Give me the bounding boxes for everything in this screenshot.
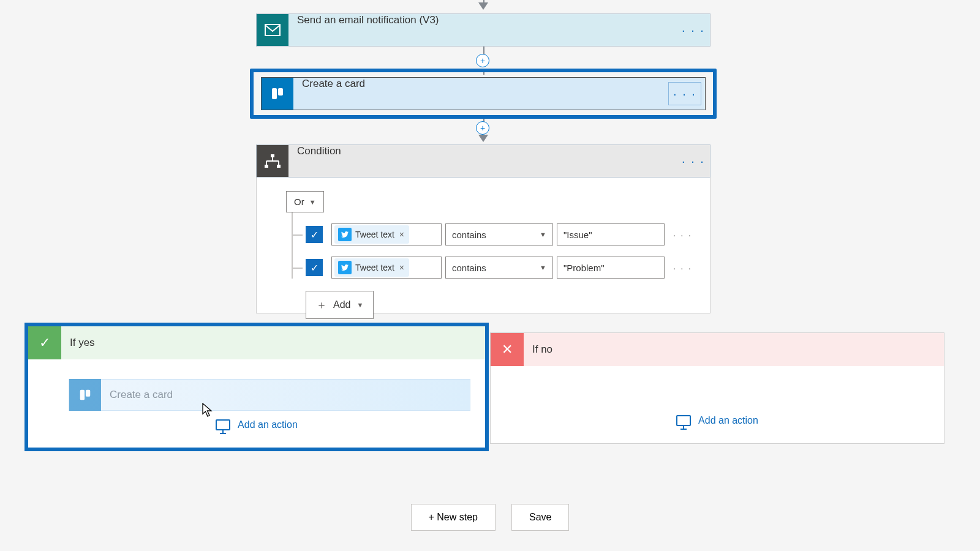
step-more-button[interactable]: · · · — [668, 82, 701, 105]
chevron-down-icon: ▼ — [540, 231, 546, 238]
add-action-label: Add an action — [238, 419, 298, 430]
rule-more-button[interactable]: · · · — [673, 230, 692, 240]
rule-checkbox[interactable]: ✓ — [306, 259, 323, 276]
chevron-down-icon: ▼ — [356, 301, 363, 309]
svg-rect-4 — [271, 154, 274, 157]
condition-group-selector[interactable]: Or ▼ — [286, 191, 324, 212]
check-icon: ✓ — [28, 326, 61, 359]
rule-value-input[interactable] — [557, 223, 665, 246]
token-label: Tweet text — [355, 230, 394, 239]
flow-canvas: Send an email notification (V3) · · · + … — [0, 0, 980, 551]
add-action-label: Add an action — [698, 415, 758, 426]
branch-header[interactable]: ✓ If yes — [28, 326, 485, 359]
close-icon: ✕ — [491, 333, 524, 366]
add-action-icon — [676, 415, 691, 426]
svg-rect-2 — [272, 88, 277, 99]
step-title: Send an email notification (V3) — [288, 14, 677, 46]
branch-header[interactable]: ✕ If no — [491, 333, 944, 366]
step-create-card[interactable]: Create a card · · · — [261, 77, 706, 110]
condition-icon — [257, 145, 288, 177]
token-remove[interactable]: × — [398, 263, 405, 272]
dynamic-token: Tweet text × — [334, 258, 409, 277]
ghost-title: Create a card — [101, 389, 470, 401]
rule-left-operand[interactable]: Tweet text × — [331, 223, 442, 246]
rule-left-operand[interactable]: Tweet text × — [331, 257, 442, 279]
condition-add-rule[interactable]: ＋ Add ▼ — [306, 291, 374, 319]
branch-title: If no — [524, 343, 552, 356]
tree-connector — [286, 223, 306, 246]
arrow-down-icon — [478, 2, 488, 10]
chevron-down-icon: ▼ — [540, 264, 546, 271]
token-label: Tweet text — [355, 263, 394, 272]
save-button[interactable]: Save — [511, 504, 569, 531]
operator-label: contains — [452, 263, 486, 273]
branch-title: If yes — [61, 337, 95, 349]
svg-rect-10 — [277, 165, 281, 168]
rule-checkbox[interactable]: ✓ — [306, 226, 323, 243]
step-title: Create a card — [293, 78, 668, 110]
drop-target-create-card[interactable]: Create a card — [69, 379, 470, 411]
twitter-icon — [338, 261, 352, 274]
step-more-button[interactable]: · · · — [677, 145, 710, 177]
insert-step-button[interactable]: + — [476, 54, 489, 67]
trello-icon — [69, 379, 101, 411]
step-title: Condition — [288, 145, 677, 177]
trello-icon — [262, 78, 293, 110]
operator-label: contains — [452, 230, 486, 240]
rule-operator-select[interactable]: contains ▼ — [445, 223, 553, 246]
step-more-button[interactable]: · · · — [677, 14, 710, 46]
insert-step-button[interactable]: + — [476, 121, 489, 135]
new-step-button[interactable]: + New step — [411, 504, 496, 531]
add-action-button[interactable]: Add an action — [505, 415, 929, 426]
condition-group-label: Or — [294, 197, 304, 207]
token-remove[interactable]: × — [398, 230, 405, 239]
svg-rect-12 — [86, 390, 90, 397]
rule-more-button[interactable]: · · · — [673, 263, 692, 273]
mail-icon — [257, 14, 288, 46]
footer-actions: + New step Save — [0, 504, 980, 531]
svg-rect-9 — [265, 165, 268, 168]
condition-body: Or ▼ ✓ Tweet text × contains ▼ · · — [256, 178, 710, 313]
add-label: Add — [333, 299, 350, 310]
step-send-email[interactable]: Send an email notification (V3) · · · — [256, 13, 710, 47]
condition-rule: ✓ Tweet text × contains ▼ · · · — [286, 223, 693, 246]
svg-rect-11 — [80, 390, 85, 400]
arrow-down-icon — [478, 135, 488, 142]
add-action-icon — [216, 419, 230, 430]
rule-operator-select[interactable]: contains ▼ — [445, 257, 553, 279]
twitter-icon — [338, 228, 352, 241]
rule-value-input[interactable] — [557, 257, 665, 279]
branch-no: ✕ If no Add an action — [490, 332, 944, 444]
svg-rect-3 — [278, 88, 283, 96]
step-condition[interactable]: Condition · · · — [256, 144, 710, 178]
condition-rule: ✓ Tweet text × contains ▼ · · · — [286, 257, 693, 279]
plus-icon: ＋ — [316, 298, 327, 312]
chevron-down-icon: ▼ — [309, 198, 316, 206]
tree-connector — [286, 257, 306, 279]
dynamic-token: Tweet text × — [334, 225, 409, 244]
branch-yes: ✓ If yes Create a card Add an action — [24, 323, 489, 451]
add-action-button[interactable]: Add an action — [43, 419, 470, 430]
